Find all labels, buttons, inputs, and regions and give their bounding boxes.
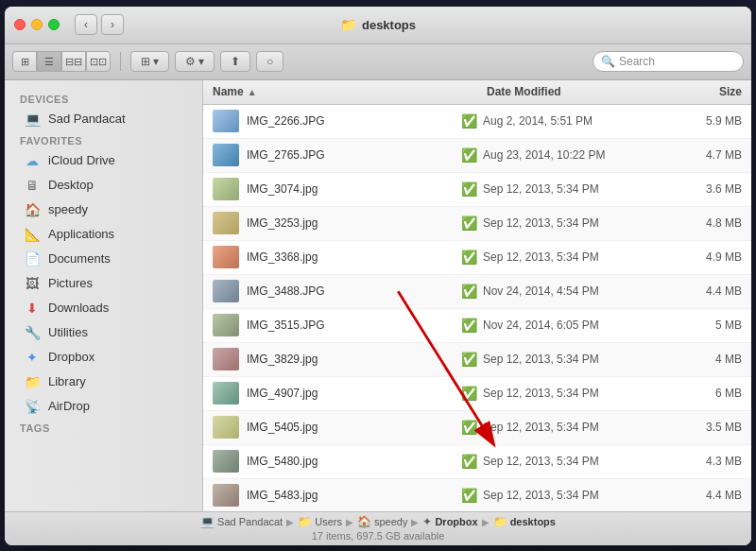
sidebar-item-downloads[interactable]: ⬇ Downloads bbox=[9, 296, 198, 320]
file-date: Sep 12, 2013, 5:34 PM bbox=[483, 421, 685, 434]
breadcrumb-item-computer[interactable]: 💻 Sad Pandacat bbox=[200, 515, 283, 528]
table-row[interactable]: IMG_5483.jpg ✅ Sep 12, 2013, 5:34 PM 4.4… bbox=[203, 479, 751, 511]
search-icon: 🔍 bbox=[601, 55, 615, 68]
file-name: IMG_3253.jpg bbox=[247, 216, 455, 230]
file-name: IMG_2765.JPG bbox=[247, 148, 455, 162]
downloads-icon: ⬇ bbox=[24, 301, 41, 316]
sidebar-item-airdrop[interactable]: 📡 AirDrop bbox=[9, 394, 198, 419]
utilities-icon: 🔧 bbox=[24, 325, 41, 340]
sidebar-item-applications[interactable]: 📐 Applications bbox=[9, 222, 198, 247]
file-name: IMG_5405.jpg bbox=[247, 421, 455, 434]
breadcrumb-item-dropbox[interactable]: ✦ Dropbox bbox=[422, 515, 477, 528]
sidebar-item-documents[interactable]: 📄 Documents bbox=[9, 247, 198, 271]
file-size: 4.3 MB bbox=[685, 455, 742, 468]
sidebar-item-dropbox[interactable]: ✦ Dropbox bbox=[9, 345, 198, 370]
share-button[interactable]: ⬆ bbox=[220, 51, 250, 72]
tag-button[interactable]: ○ bbox=[256, 51, 284, 72]
status-count: 17 items, 697.5 GB available bbox=[312, 530, 445, 542]
minimize-button[interactable] bbox=[31, 19, 43, 30]
back-button[interactable]: ‹ bbox=[75, 14, 97, 35]
breadcrumb-label-desktops: desktops bbox=[510, 516, 556, 527]
breadcrumb-arrow: ▶ bbox=[411, 517, 419, 527]
col-size-label: Size bbox=[719, 85, 742, 98]
breadcrumb-item-speedy[interactable]: 🏠 speedy bbox=[357, 515, 407, 528]
file-status: ✅ bbox=[455, 488, 483, 503]
file-size: 5.9 MB bbox=[685, 114, 742, 128]
check-icon: ✅ bbox=[461, 215, 477, 231]
file-date: Nov 24, 2014, 6:05 PM bbox=[483, 319, 685, 332]
close-button[interactable] bbox=[14, 19, 26, 30]
file-size: 3.6 MB bbox=[685, 182, 742, 196]
file-status: ✅ bbox=[455, 147, 483, 163]
sidebar-item-pictures[interactable]: 🖼 Pictures bbox=[9, 271, 198, 296]
fullscreen-button[interactable] bbox=[48, 19, 60, 30]
file-size: 3.5 MB bbox=[685, 421, 742, 434]
view-icon-btn[interactable]: ⊞ bbox=[12, 51, 37, 72]
search-box[interactable]: 🔍 Search bbox=[593, 51, 744, 72]
table-row[interactable]: IMG_3074.jpg ✅ Sep 12, 2013, 5:34 PM 3.6… bbox=[203, 173, 751, 207]
breadcrumb-label-users: Users bbox=[315, 516, 342, 527]
search-label: Search bbox=[619, 55, 655, 68]
file-name: IMG_3368.jpg bbox=[247, 250, 455, 264]
col-date-header[interactable]: Date Modified bbox=[487, 85, 685, 98]
table-row[interactable]: IMG_5405.jpg ✅ Sep 12, 2013, 5:34 PM 3.5… bbox=[203, 411, 751, 445]
sidebar-label-applications: Applications bbox=[48, 227, 114, 241]
sidebar-item-sad-pandacat[interactable]: 💻 Sad Pandacat bbox=[9, 107, 198, 131]
breadcrumb-item-users[interactable]: 📁 Users bbox=[298, 515, 342, 528]
file-status: ✅ bbox=[455, 284, 483, 299]
sidebar-item-utilities[interactable]: 🔧 Utilities bbox=[9, 320, 198, 345]
table-row[interactable]: IMG_3829.jpg ✅ Sep 12, 2013, 5:34 PM 4 M… bbox=[203, 343, 751, 377]
table-row[interactable]: IMG_3515.JPG ✅ Nov 24, 2014, 6:05 PM 5 M… bbox=[203, 309, 751, 343]
file-size: 4 MB bbox=[685, 353, 742, 366]
view-list-btn[interactable]: ☰ bbox=[37, 51, 61, 72]
users-bc-icon: 📁 bbox=[298, 515, 312, 528]
file-name: IMG_3515.JPG bbox=[247, 319, 455, 332]
file-date: Sep 12, 2013, 5:34 PM bbox=[483, 216, 685, 230]
table-row[interactable]: IMG_2266.JPG ✅ Aug 2, 2014, 5:51 PM 5.9 … bbox=[203, 105, 751, 139]
title-label: desktops bbox=[362, 18, 416, 32]
table-row[interactable]: IMG_2765.JPG ✅ Aug 23, 2014, 10:22 PM 4.… bbox=[203, 139, 751, 173]
col-name-label: Name bbox=[213, 85, 244, 98]
speedy-bc-icon: 🏠 bbox=[357, 515, 371, 528]
file-header: Name ▲ Date Modified Size bbox=[203, 80, 751, 105]
sidebar-item-desktop[interactable]: 🖥 Desktop bbox=[9, 173, 198, 198]
col-name-header[interactable]: Name ▲ bbox=[213, 85, 458, 98]
breadcrumb-label-dropbox: Dropbox bbox=[435, 516, 477, 527]
file-thumbnail bbox=[213, 416, 239, 439]
breadcrumb: 💻 Sad Pandacat ▶ 📁 Users ▶ 🏠 speedy ▶ ✦ … bbox=[200, 515, 556, 528]
breadcrumb-item-desktops[interactable]: 📁 desktops bbox=[493, 515, 556, 528]
table-row[interactable]: IMG_3368.jpg ✅ Sep 12, 2013, 5:34 PM 4.9… bbox=[203, 241, 751, 275]
view-buttons: ⊞ ☰ ⊟⊟ ⊡⊡ bbox=[12, 51, 111, 72]
file-size: 4.8 MB bbox=[685, 216, 742, 230]
forward-button[interactable]: › bbox=[101, 14, 124, 35]
breadcrumb-arrow: ▶ bbox=[482, 517, 490, 527]
table-row[interactable]: IMG_4907.jpg ✅ Sep 12, 2013, 5:34 PM 6 M… bbox=[203, 377, 751, 411]
file-date: Sep 12, 2013, 5:34 PM bbox=[483, 387, 685, 400]
sidebar-item-library[interactable]: 📁 Library bbox=[9, 370, 198, 394]
check-icon: ✅ bbox=[461, 352, 477, 367]
table-row[interactable]: IMG_3253.jpg ✅ Sep 12, 2013, 5:34 PM 4.8… bbox=[203, 207, 751, 241]
table-row[interactable]: IMG_5480.jpg ✅ Sep 12, 2013, 5:34 PM 4.3… bbox=[203, 445, 751, 479]
file-thumbnail bbox=[213, 348, 239, 370]
tag-icon: ○ bbox=[266, 55, 273, 68]
check-icon: ✅ bbox=[461, 318, 477, 333]
library-icon: 📁 bbox=[24, 374, 41, 389]
sidebar: Devices 💻 Sad Pandacat Favorites ☁ iClou… bbox=[5, 80, 203, 511]
tags-header: Tags bbox=[5, 419, 202, 436]
file-status: ✅ bbox=[455, 386, 483, 401]
check-icon: ✅ bbox=[461, 181, 477, 197]
file-status: ✅ bbox=[455, 454, 483, 469]
sidebar-item-icloud-drive[interactable]: ☁ iCloud Drive bbox=[9, 148, 198, 173]
arrange-arrow: ▾ bbox=[153, 55, 159, 68]
main-area: Devices 💻 Sad Pandacat Favorites ☁ iClou… bbox=[5, 80, 751, 511]
table-row[interactable]: IMG_3488.JPG ✅ Nov 24, 2014, 4:54 PM 4.4… bbox=[203, 275, 751, 309]
view-column-btn[interactable]: ⊟⊟ bbox=[61, 51, 86, 72]
file-area-wrapper: Name ▲ Date Modified Size IMG_2266 bbox=[203, 80, 751, 511]
col-size-header[interactable]: Size bbox=[685, 85, 742, 98]
arrange-button[interactable]: ⊞ ▾ bbox=[130, 51, 169, 72]
file-date: Nov 24, 2014, 4:54 PM bbox=[483, 284, 685, 298]
sidebar-item-speedy[interactable]: 🏠 speedy bbox=[9, 198, 198, 222]
view-coverflow-btn[interactable]: ⊡⊡ bbox=[86, 51, 111, 72]
action-button[interactable]: ⚙ ▾ bbox=[175, 51, 215, 72]
sidebar-label-pictures: Pictures bbox=[48, 276, 93, 290]
